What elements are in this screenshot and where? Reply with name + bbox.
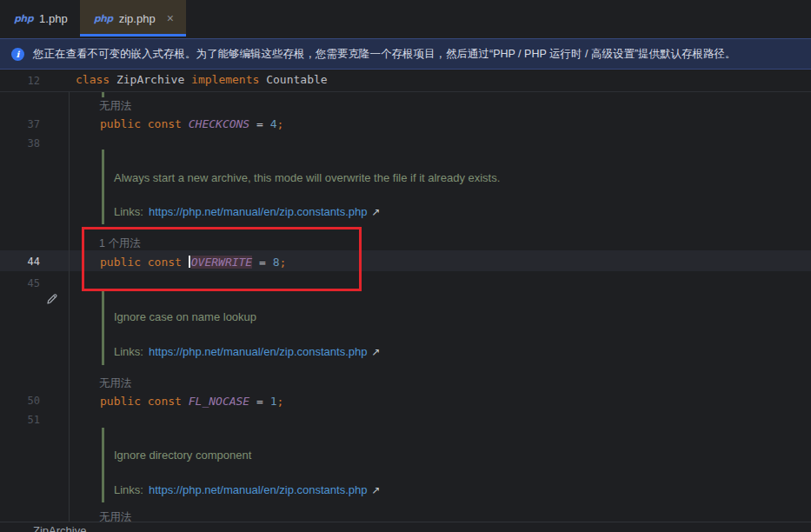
close-tab-icon[interactable]: × [167,11,174,25]
readonly-stub-notification: i 您正在查看不可变的嵌入式存根。为了能够编辑这些存根，您需要克隆一个存根项目，… [0,38,811,70]
constant-name-overwrite: OVERWRITE [191,256,252,269]
external-link-icon: ↗ [371,484,380,496]
semicolon: ; [277,117,284,130]
equals-operator: = [256,117,263,130]
line-number-37: 37 [0,117,40,131]
line-number-44: 44 [0,255,40,269]
external-link-icon: ↗ [371,346,380,358]
info-icon: i [11,48,24,61]
code-line-overwrite[interactable]: public const OVERWRITE = 8; [100,255,286,269]
doc-comment-bar [102,428,104,502]
active-tab-underline [80,34,186,37]
sticky-line-number: 12 [0,74,40,88]
public-const-keyword: public const [100,256,182,269]
constant-value: 4 [270,117,277,130]
editor-gutter [0,92,70,522]
constant-name-checkcons: CHECKCONS [189,117,249,130]
tab-label: zip.php [119,12,156,25]
text-caret [189,256,190,268]
external-link-icon: ↗ [371,206,380,218]
equals-operator: = [259,256,266,269]
sticky-class-header[interactable]: 12 class ZipArchive implements Countable [0,70,811,92]
constant-value: 8 [273,256,280,269]
doc-comment-bar [102,290,104,365]
tab-zip-php[interactable]: php zip.php × [80,0,186,37]
constant-value: 1 [270,395,277,408]
line-number-38: 38 [0,136,40,150]
code-editor[interactable]: 37 38 44 45 50 51 无用法 public const CHECK… [0,92,811,522]
usage-hint-overwrite[interactable]: 1 个用法 [99,236,141,250]
public-const-keyword: public const [100,117,182,130]
interface-name: Countable [266,73,327,86]
doc-comment-bar-fragment [102,92,104,97]
line-number-50: 50 [0,394,40,408]
php-manual-link[interactable]: https://php.net/manual/en/zip.constants.… [149,205,368,218]
php-file-icon: php [14,13,33,24]
php-manual-link[interactable]: https://php.net/manual/en/zip.constants.… [149,483,368,496]
doc-comment-nodir: Ignore directory component [114,448,251,462]
bottom-clipped-row: ZipArchive [0,523,811,532]
semicolon: ; [277,395,284,408]
sticky-class-declaration: class ZipArchive implements Countable [76,73,328,86]
public-const-keyword: public const [100,395,182,408]
edit-pencil-icon[interactable] [44,291,60,307]
doc-comment-bar [102,150,104,224]
links-label: Links: [114,205,143,218]
semicolon: ; [280,256,287,269]
line-number-45: 45 [0,276,40,290]
doc-links-row: Links:https://php.net/manual/en/zip.cons… [114,482,381,498]
doc-comment-nocase: Ignore case on name lookup [114,309,256,324]
doc-links-row: Links:https://php.net/manual/en/zip.cons… [114,204,381,220]
php-file-icon: php [94,13,113,24]
implements-keyword: implements [191,73,259,86]
usage-hint-checkcons[interactable]: 无用法 [99,99,132,113]
equals-operator: = [256,395,263,408]
clipped-class-name: ZipArchive [33,524,86,532]
code-line-flnocase[interactable]: public const FL_NOCASE = 1; [100,394,283,409]
notification-text: 您正在查看不可变的嵌入式存根。为了能够编辑这些存根，您需要克隆一个存根项目，然后… [33,47,736,62]
usage-hint-next[interactable]: 无用法 [99,510,132,522]
doc-links-row: Links:https://php.net/manual/en/zip.cons… [114,344,381,360]
class-name: ZipArchive [116,73,184,86]
class-keyword: class [76,73,110,86]
ide-window: php 1.php php zip.php × i 您正在查看不可变的嵌入式存根… [0,0,811,532]
links-label: Links: [114,483,143,496]
editor-tab-bar: php 1.php php zip.php × [0,0,811,37]
line-number-51: 51 [0,413,40,427]
doc-comment-overwrite: Always start a new archive, this mode wi… [114,170,500,185]
php-manual-link[interactable]: https://php.net/manual/en/zip.constants.… [149,345,368,358]
code-line-checkcons[interactable]: public const CHECKCONS = 4; [100,116,283,131]
tab-1-php[interactable]: php 1.php [0,0,80,37]
tab-label: 1.php [39,12,68,25]
usage-hint-flnocase[interactable]: 无用法 [99,376,132,390]
constant-name-flnocase: FL_NOCASE [189,395,249,408]
links-label: Links: [114,345,143,358]
